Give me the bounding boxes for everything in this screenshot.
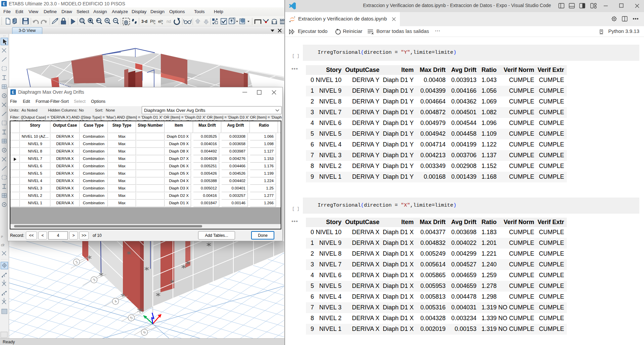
svg-text:3-d: 3-d [141,19,147,24]
svg-text:P: P [1,235,3,239]
svg-text:nd: nd [167,19,171,24]
svg-text:E: E [3,2,5,6]
svg-text:Pl: Pl [150,19,154,24]
svg-text:v: v [162,22,163,25]
svg-text:clr: clr [1,243,5,247]
svg-text:el: el [158,19,161,24]
svg-text:E: E [12,90,14,95]
svg-text:n: n [154,22,155,25]
